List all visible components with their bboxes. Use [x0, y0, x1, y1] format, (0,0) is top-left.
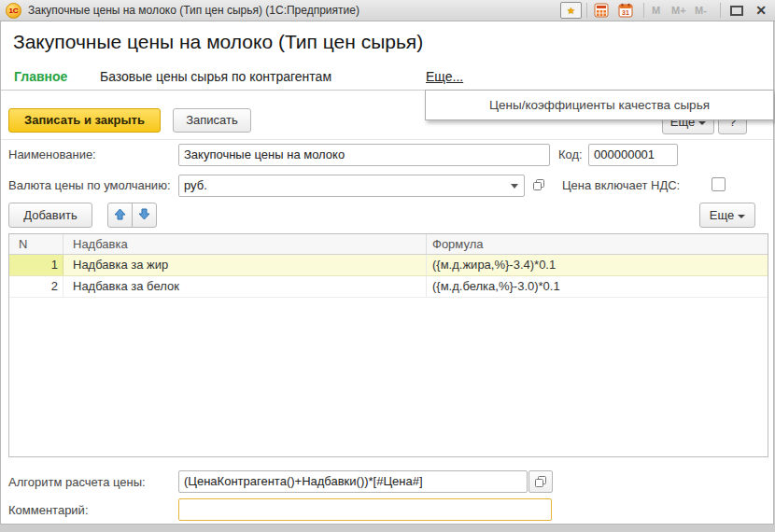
currency-open-icon[interactable] [531, 177, 552, 194]
open-icon [533, 474, 548, 489]
name-label: Наименование: [8, 147, 96, 161]
tab-main[interactable]: Главное [14, 69, 67, 84]
calendar-icon[interactable]: 31 [616, 2, 635, 19]
algorithm-label: Алгоритм расчета цены: [8, 475, 146, 489]
currency-combobox[interactable]: руб. [178, 175, 525, 197]
nav-tabs: Главное Базовые цены сырья по контрагент… [1, 69, 773, 88]
save-button[interactable]: Записать [173, 108, 251, 133]
algorithm-open-button[interactable] [528, 470, 553, 493]
items-more-button[interactable]: Еще [699, 203, 755, 228]
window-titlebar: 1С Закупочные цены на молоко (Тип цен сы… [0, 0, 775, 21]
table-header: N Надбавка Формула [9, 234, 768, 255]
markups-table: N Надбавка Формула 1 Надбавка за жир ({м… [8, 233, 768, 457]
column-header-formula[interactable]: Формула [427, 234, 768, 254]
tab-more-link[interactable]: Еще... [426, 69, 463, 84]
column-header-markup[interactable]: Надбавка [63, 234, 427, 254]
markup-name-cell[interactable]: Надбавка за белок [63, 276, 427, 297]
items-more-label: Еще [710, 208, 734, 222]
table-row[interactable]: 2 Надбавка за белок ({м.д.белка,%}-3.0)*… [9, 276, 768, 298]
memory-recall-button[interactable]: M [652, 0, 660, 21]
tab-base-prices[interactable]: Базовые цены сырья по контрагентам [100, 69, 331, 84]
more-dropdown-menu: Цены/коэффициенты качества сырья [425, 90, 774, 120]
window-title: Закупочные цены на молоко (Тип цен сырья… [28, 0, 359, 21]
svg-text:31: 31 [622, 9, 629, 16]
column-header-n[interactable]: N [9, 234, 63, 254]
vat-label: Цена включает НДС: [562, 178, 680, 192]
save-and-close-button[interactable]: Записать и закрыть [8, 108, 161, 133]
formula-cell[interactable]: ({м.д.жира,%}-3.4)*0.1 [427, 255, 768, 275]
maximize-button[interactable] [730, 6, 743, 16]
add-row-button[interactable]: Добавить [8, 203, 92, 228]
arrow-down-icon [138, 208, 150, 220]
arrow-up-icon [114, 208, 126, 220]
name-input[interactable]: Закупочные цены на молоко [178, 144, 550, 166]
close-button[interactable]: ✕ [753, 1, 769, 21]
row-number-cell: 1 [9, 255, 63, 275]
memory-plus-button[interactable]: M+ [671, 0, 686, 21]
favorites-star-icon[interactable]: ★ [560, 2, 582, 19]
code-label: Код: [558, 147, 583, 161]
app-1c-logo-icon: 1С [6, 3, 21, 19]
titlebar-divider [720, 3, 721, 18]
toolbar-separator [1, 139, 773, 140]
combo-dropdown-icon[interactable] [511, 184, 518, 189]
markup-name-cell[interactable]: Надбавка за жир [63, 255, 427, 275]
currency-label: Валюта цены по умолчанию: [8, 178, 171, 192]
row-number-cell: 2 [9, 276, 63, 297]
titlebar-divider [643, 3, 644, 18]
vat-checkbox[interactable] [712, 177, 726, 191]
menu-item-quality-prices[interactable]: Цены/коэффициенты качества сырья [426, 91, 773, 119]
form-window: Закупочные цены на молоко (Тип цен сырья… [0, 21, 774, 525]
code-input[interactable]: 000000001 [588, 144, 678, 166]
memory-minus-button[interactable]: M- [695, 0, 707, 21]
chevron-down-icon [698, 121, 706, 125]
currency-value: руб. [184, 178, 207, 192]
move-up-button[interactable] [107, 203, 133, 228]
chevron-down-icon [738, 215, 745, 218]
table-row[interactable]: 1 Надбавка за жир ({м.д.жира,%}-3.4)*0.1 [9, 255, 768, 276]
titlebar-divider [586, 3, 587, 18]
calculator-icon[interactable] [592, 2, 611, 19]
comment-input[interactable] [178, 498, 552, 521]
comment-label: Комментарий: [8, 503, 89, 517]
formula-cell[interactable]: ({м.д.белка,%}-3.0)*0.1 [427, 276, 768, 297]
algorithm-input[interactable]: (ЦенаКонтрагента()+Надбавки())*[#Цена#] [178, 470, 528, 493]
move-down-button[interactable] [132, 203, 157, 228]
page-title: Закупочные цены на молоко (Тип цен сырья… [13, 31, 423, 53]
